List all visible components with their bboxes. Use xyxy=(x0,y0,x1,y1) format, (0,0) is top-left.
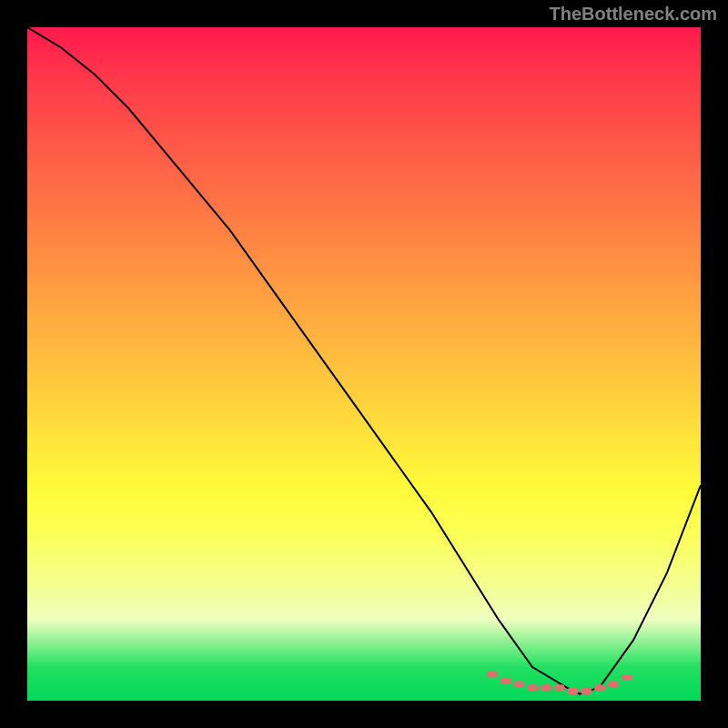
svg-rect-1 xyxy=(500,678,511,684)
svg-rect-2 xyxy=(513,682,524,688)
svg-rect-8 xyxy=(594,684,605,691)
svg-rect-0 xyxy=(487,671,498,677)
svg-rect-7 xyxy=(581,688,592,694)
chart-plot-area xyxy=(27,27,701,701)
svg-rect-9 xyxy=(608,682,619,688)
svg-rect-10 xyxy=(622,674,632,681)
svg-rect-6 xyxy=(567,688,578,694)
svg-rect-4 xyxy=(541,684,551,691)
svg-rect-5 xyxy=(554,684,565,691)
watermark-label: TheBottleneck.com xyxy=(550,4,717,25)
svg-rect-3 xyxy=(527,684,538,691)
bottleneck-curve xyxy=(27,27,701,701)
